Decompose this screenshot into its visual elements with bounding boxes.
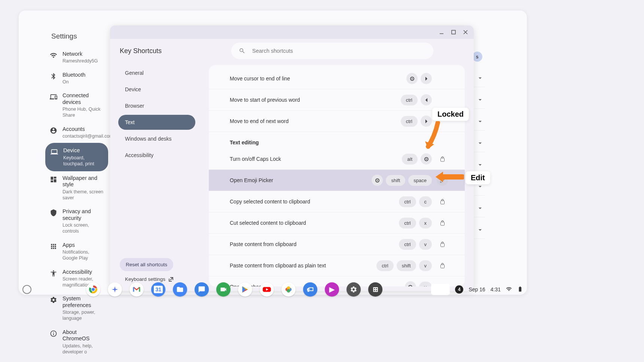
nav-label: Privacy and security — [62, 208, 104, 221]
nav-sublabel: Notifications, Google Play — [62, 249, 104, 261]
titlebar — [110, 25, 474, 39]
shortcut-row[interactable]: Paste content from clipboard as plain te… — [209, 255, 465, 276]
shelf-app-gmail[interactable] — [129, 282, 144, 297]
background-dropdown — [472, 113, 485, 131]
settings-nav-connected[interactable]: Connected devices Phone Hub, Quick Share — [45, 89, 108, 122]
key-v: v — [419, 260, 432, 271]
lock-icon — [437, 153, 448, 165]
nav-label: Connected devices — [62, 92, 104, 105]
close-button[interactable] — [460, 27, 471, 37]
key-ctrl: ctrl — [399, 218, 416, 228]
shortcut-row[interactable]: Move cursor to end of line — [209, 68, 465, 89]
shortcut-label: Paste content from clipboard as plain te… — [230, 263, 376, 269]
connected-icon — [50, 93, 57, 101]
launcher-button[interactable] — [22, 285, 31, 294]
shortcut-row[interactable]: Paste content from clipboard ctrlv — [209, 234, 465, 255]
wifi-icon — [506, 286, 512, 293]
shelf-app-app3[interactable]: ⊞ — [368, 282, 382, 297]
key-shift: shift — [397, 260, 416, 271]
key-v: v — [419, 239, 432, 250]
shortcut-label: Move to end of next word — [230, 118, 401, 124]
shortcut-row[interactable]: Move to start of previous word ctrl — [209, 89, 465, 111]
settings-nav-apps[interactable]: Apps Notifications, Google Play — [45, 238, 108, 265]
nav-label: Bluetooth — [62, 72, 85, 78]
key-c: c — [419, 196, 432, 207]
key-space: space — [408, 175, 432, 186]
shortcut-keys: ctrlshiftv — [376, 260, 432, 271]
settings-nav-network[interactable]: Network Rameshreddy5G — [45, 47, 108, 68]
category-general[interactable]: General — [118, 65, 195, 80]
shelf-app-settings[interactable] — [347, 282, 361, 297]
settings-nav-bluetooth[interactable]: Bluetooth On — [45, 68, 108, 89]
nav-label: Network — [62, 51, 98, 57]
shelf-app-photos[interactable] — [281, 282, 296, 297]
category-windows-and-desks[interactable]: Windows and desks — [118, 131, 195, 146]
shelf-app-camera[interactable] — [216, 282, 231, 297]
category-text[interactable]: Text — [118, 115, 195, 130]
settings-nav-privacy[interactable]: Privacy and security Lock screen, contro… — [45, 205, 108, 238]
shortcut-keys: ctrlc — [399, 196, 432, 207]
shortcut-keys: shiftspace — [372, 175, 432, 186]
background-dropdown — [472, 221, 485, 239]
settings-nav-about[interactable]: About ChromeOS Updates, help, developer … — [45, 325, 108, 359]
category-browser[interactable]: Browser — [118, 98, 195, 113]
settings-nav-wallpaper[interactable]: Wallpaper and style Dark theme, screen s… — [45, 171, 108, 205]
background-dropdown — [472, 199, 485, 217]
shortcut-keys — [406, 73, 432, 84]
shelf-app-play[interactable] — [238, 282, 252, 297]
search-field[interactable] — [231, 43, 433, 59]
nav-label: Wallpaper and style — [62, 175, 104, 188]
category-accessibility[interactable]: Accessibility — [118, 148, 195, 163]
nav-label: About ChromeOS — [62, 329, 104, 342]
svg-point-8 — [287, 289, 290, 292]
minimize-button[interactable] — [436, 27, 447, 37]
shelf-app-chrome[interactable] — [86, 282, 100, 297]
settings-nav-accounts[interactable]: Accounts contactsqiril@gmail.com — [45, 122, 108, 143]
shortcut-row[interactable]: Open Emoji Picker shiftspace — [209, 170, 465, 191]
lock-icon — [437, 239, 448, 250]
settings-nav-device[interactable]: Device Keyboard, touchpad, print — [45, 143, 108, 171]
shelf-app-gemini[interactable] — [108, 282, 122, 297]
nav-sublabel: Updates, help, developer o — [62, 343, 104, 355]
category-device[interactable]: Device — [118, 82, 195, 97]
lock-icon — [437, 217, 448, 228]
key-ctrl: ctrl — [401, 116, 418, 127]
shortcut-keys: alt — [402, 153, 432, 165]
notification-count-badge[interactable]: 4 — [455, 285, 463, 294]
shortcuts-title: Key Shortcuts — [118, 47, 195, 55]
left-arrow-key-icon — [421, 94, 432, 105]
annotation-edit-label: Edit — [466, 171, 490, 184]
nav-sublabel: Storage, power, language — [62, 309, 104, 322]
search-key-icon — [406, 73, 418, 84]
maximize-button[interactable] — [448, 27, 459, 37]
lock-icon — [437, 196, 448, 207]
search-input[interactable] — [252, 48, 426, 54]
shortcut-label: Cut selected content to clipboard — [230, 220, 399, 226]
nav-sublabel: On — [62, 79, 85, 85]
shelf-app-youtube[interactable] — [260, 282, 274, 297]
about-icon — [50, 330, 57, 337]
background-panel-peek: s — [472, 52, 485, 243]
nav-sublabel: contactsqiril@gmail.com — [62, 133, 104, 139]
status-tray[interactable]: 4 Sep 16 4:31 — [431, 284, 523, 295]
shelf-app-calendar[interactable]: 31 — [151, 282, 165, 297]
lock-icon — [437, 260, 448, 271]
privacy-icon — [50, 209, 57, 217]
right-arrow-key-icon — [421, 73, 432, 84]
svg-rect-0 — [452, 30, 455, 34]
shortcut-row[interactable]: Cut selected content to clipboard ctrlx — [209, 212, 465, 234]
reset-all-shortcuts-button[interactable]: Reset all shortcuts — [120, 258, 173, 271]
key-shift: shift — [386, 175, 405, 186]
shortcut-keys: ctrlv — [399, 239, 432, 250]
shortcut-keys: ctrl — [401, 94, 432, 105]
shelf-app-messages[interactable] — [195, 282, 209, 297]
shelf-app-app1[interactable]: 🏷 — [303, 282, 317, 297]
shortcut-label: Move cursor to end of line — [230, 76, 406, 82]
shortcut-row[interactable]: Copy selected content to clipboard ctrlc — [209, 191, 465, 212]
holding-space-icon[interactable] — [431, 284, 450, 295]
wallpaper-icon — [50, 176, 57, 183]
shortcut-row[interactable]: Turn on/off Caps Lock alt — [209, 148, 465, 170]
status-time: 4:31 — [491, 286, 501, 292]
shelf-app-files[interactable] — [173, 282, 187, 297]
shelf-app-app2[interactable]: ▶ — [325, 282, 339, 297]
